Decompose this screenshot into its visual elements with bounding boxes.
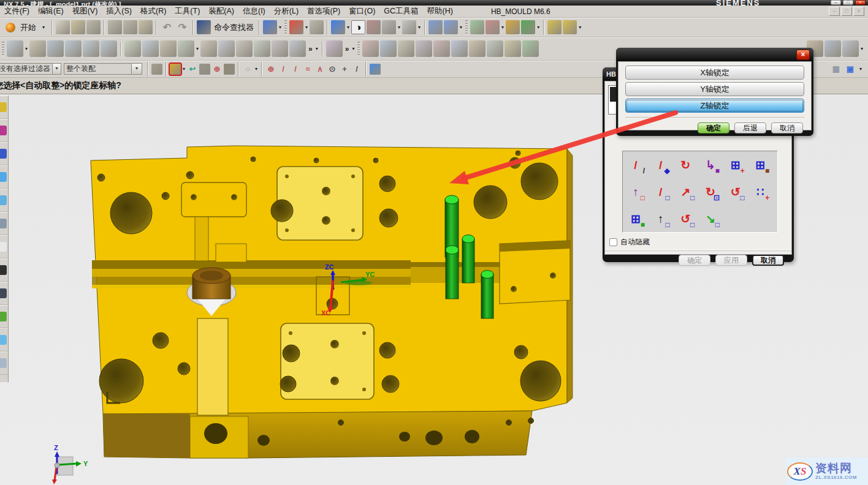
reuse-library-tab[interactable] [0, 165, 8, 189]
user-roles-tab[interactable] [0, 305, 8, 328]
menu-item-6[interactable]: 工具(T) [170, 6, 204, 16]
snap-center-icon[interactable]: ⊙ [327, 64, 338, 75]
selection-filter-dropdown[interactable]: 没有选择过滤器 ▾ [0, 63, 61, 75]
shaded-view-icon[interactable] [331, 20, 345, 34]
wave-overflow[interactable]: » [343, 45, 351, 53]
move-face-icon[interactable] [160, 40, 177, 57]
axis-dialog-close-icon[interactable]: × [796, 50, 810, 60]
axis-lock-button-y[interactable]: Y轴锁定 [625, 82, 804, 96]
ghost-caret[interactable]: ▾ [397, 24, 402, 30]
background-icon[interactable] [402, 20, 416, 34]
menu-item-8[interactable]: 信息(I) [238, 6, 270, 16]
menu-item-11[interactable]: 窗口(O) [345, 6, 379, 16]
brush-tab[interactable] [0, 282, 8, 305]
curve-tool-icon[interactable] [522, 40, 539, 57]
sphere-icon[interactable] [433, 40, 450, 57]
emboss-body-icon[interactable] [824, 40, 841, 57]
circular-array-icon[interactable]: ∷+ [750, 179, 771, 204]
sketch-icon[interactable] [29, 40, 46, 57]
pin-view-icon[interactable] [367, 20, 381, 34]
minimize-button[interactable]: – [831, 0, 841, 5]
translate-copy-icon[interactable]: /□ [650, 179, 671, 204]
screen-layout-icon[interactable] [289, 20, 303, 34]
move-vertical-icon[interactable]: ↑□ [650, 206, 671, 231]
transform-cancel-button[interactable]: 取消 [752, 255, 784, 266]
child-close-button[interactable]: × [853, 7, 864, 16]
surface-tool-icon[interactable] [842, 40, 859, 57]
feature-bar-caret[interactable]: ▾ [859, 46, 864, 51]
blend-icon[interactable] [272, 40, 288, 57]
subtract-icon[interactable] [218, 40, 235, 57]
menu-item-5[interactable]: 格式(R) [136, 6, 170, 16]
autohide-checkbox[interactable] [609, 238, 617, 246]
split-body-icon[interactable] [380, 40, 397, 57]
snap-caret[interactable]: ▾ [181, 66, 186, 72]
snap-on-line-icon[interactable]: / [290, 64, 301, 75]
menu-item-7[interactable]: 装配(A) [204, 6, 238, 16]
menu-item-10[interactable]: 首选项(P) [303, 6, 345, 16]
extra-tab[interactable] [0, 352, 8, 375]
axis-back-button[interactable]: 后退 [734, 122, 766, 133]
shaded-cube-small-icon[interactable] [370, 64, 381, 75]
info-window-icon[interactable] [263, 20, 277, 34]
rotate-angle-icon[interactable]: ↻ [675, 152, 696, 177]
checkered-flag-icon[interactable]: ▦ [831, 64, 842, 75]
boss-icon[interactable] [83, 40, 99, 57]
transform-apply-button[interactable]: 应用 [715, 255, 747, 266]
measure-angle-icon[interactable] [563, 20, 577, 34]
wave-caret[interactable]: ▾ [351, 46, 356, 51]
info-caret[interactable]: ▾ [278, 24, 283, 30]
snap-endpoint-icon[interactable]: / [278, 64, 289, 75]
sync-caret[interactable]: ▾ [195, 46, 200, 51]
wave-link-icon[interactable] [326, 40, 343, 57]
rotate-point-icon[interactable]: ⊕ [211, 64, 223, 75]
print-icon[interactable] [310, 20, 324, 34]
grab-view-icon[interactable] [224, 64, 235, 75]
translate-to-point-icon[interactable]: /◆ [650, 152, 671, 177]
wcs-display-icon[interactable] [485, 20, 500, 34]
snap-glasses-icon[interactable] [151, 64, 162, 75]
new-file-icon[interactable] [56, 20, 70, 34]
chamfer-icon[interactable] [289, 40, 306, 57]
menu-item-9[interactable]: 分析(L) [270, 6, 303, 16]
move-along-axis-icon[interactable]: ↑□ [625, 179, 646, 204]
cut-icon[interactable] [108, 20, 122, 34]
split-window-icon[interactable] [444, 20, 458, 34]
child-restore-button[interactable]: □ [841, 7, 852, 16]
block-icon[interactable] [362, 40, 379, 57]
menu-item-3[interactable]: 视图(V) [68, 6, 102, 16]
sew-icon[interactable] [487, 40, 503, 57]
measure-distance-icon[interactable] [547, 20, 562, 34]
screen-caret[interactable]: ▾ [304, 24, 309, 30]
lasso-caret[interactable]: ▾ [254, 66, 259, 72]
mirror-vector-icon[interactable]: ↘□ [700, 206, 721, 231]
lasso-icon[interactable]: ○ [242, 64, 253, 75]
constraint-navigator-tab[interactable] [0, 119, 8, 142]
command-finder-icon[interactable] [197, 20, 211, 34]
wcs-caret[interactable]: ▾ [500, 24, 505, 30]
pen-tab[interactable] [0, 258, 8, 282]
axis-ok-button[interactable]: 确定 [698, 122, 729, 133]
snap-point-toggle-icon[interactable] [170, 64, 181, 75]
trim-body-icon[interactable] [236, 40, 253, 57]
menu-item-13[interactable]: 帮助(H) [423, 6, 457, 16]
axis-lock-button-x[interactable]: X轴锁定 [625, 66, 804, 80]
datum-csys-icon[interactable] [124, 40, 141, 57]
axis-lock-button-z[interactable]: Z轴锁定 [625, 99, 804, 113]
translate-icon[interactable]: // [625, 152, 646, 177]
paste-icon[interactable] [139, 20, 153, 34]
menu-item-1[interactable]: 文件(F) [0, 6, 34, 16]
maximize-button[interactable]: □ [843, 0, 853, 5]
measure-caret[interactable]: ▾ [577, 24, 582, 30]
rotate-unlock-icon[interactable]: ↺□ [725, 179, 746, 204]
new-window-icon[interactable] [428, 20, 443, 34]
snap-handle-icon[interactable]: ⊕ [265, 64, 276, 75]
selection-scope-dropdown[interactable]: 整个装配 ▾ [64, 63, 142, 75]
notes-tab[interactable] [0, 235, 8, 258]
open-folder-icon[interactable] [71, 20, 85, 34]
sheet-body-icon[interactable] [451, 40, 468, 57]
deselect-all-icon[interactable] [199, 64, 210, 75]
snap-plus-icon[interactable]: + [339, 64, 350, 75]
snap-vertex-icon[interactable]: ∧ [314, 64, 326, 75]
update-display-icon[interactable] [521, 20, 535, 34]
